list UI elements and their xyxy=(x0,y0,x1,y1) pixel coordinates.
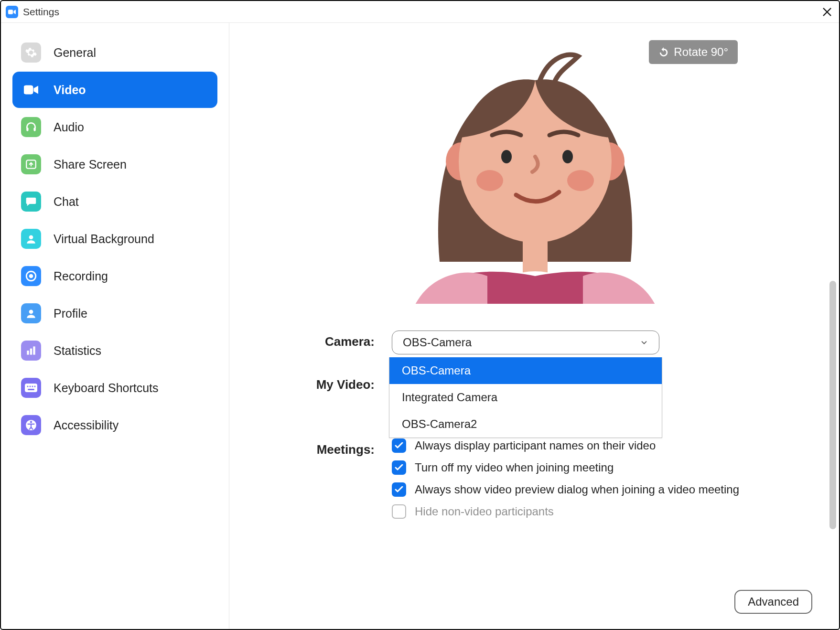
sidebar-item-audio[interactable]: Audio xyxy=(12,109,217,145)
svg-point-16 xyxy=(34,386,36,387)
svg-point-13 xyxy=(27,386,29,387)
sidebar-item-label: Virtual Background xyxy=(54,232,154,246)
sidebar-item-label: Video xyxy=(54,83,86,97)
option-label: Turn off my video when joining meeting xyxy=(415,461,614,474)
svg-point-26 xyxy=(567,170,594,191)
meetings-option-display-names[interactable]: Always display participant names on thei… xyxy=(392,438,786,453)
advanced-label: Advanced xyxy=(748,595,799,609)
sidebar-item-label: Statistics xyxy=(54,344,101,358)
meetings-option-turn-off-video[interactable]: Turn off my video when joining meeting xyxy=(392,460,786,475)
dropdown-option-label: OBS-Camera2 xyxy=(402,417,477,431)
sidebar-item-chat[interactable]: Chat xyxy=(12,183,217,220)
avatar-illustration xyxy=(330,37,741,304)
camera-option-obs-camera[interactable]: OBS-Camera xyxy=(389,357,662,384)
sidebar-item-label: Keyboard Shortcuts xyxy=(54,381,159,395)
camera-row: Camera: OBS-Camera OBS-Camera Integrated… xyxy=(263,331,786,354)
video-settings-form: Camera: OBS-Camera OBS-Camera Integrated… xyxy=(263,331,786,526)
sidebar-item-statistics[interactable]: Statistics xyxy=(12,332,217,369)
close-icon xyxy=(822,7,832,17)
my-video-label: My Video: xyxy=(263,374,392,392)
svg-point-25 xyxy=(476,170,503,191)
sidebar-item-label: General xyxy=(54,46,96,60)
advanced-button[interactable]: Advanced xyxy=(734,590,812,614)
titlebar: Settings xyxy=(1,1,839,23)
svg-point-24 xyxy=(562,150,573,163)
camera-selected-value: OBS-Camera xyxy=(403,336,472,349)
share-screen-icon xyxy=(21,154,41,174)
window-title: Settings xyxy=(23,6,59,18)
headphones-icon xyxy=(21,117,41,137)
svg-rect-3 xyxy=(33,128,35,131)
svg-point-19 xyxy=(30,421,32,423)
sidebar-item-label: Profile xyxy=(54,307,87,320)
meetings-option-hide-nonvideo[interactable]: Hide non-video participants xyxy=(392,504,786,519)
dropdown-option-label: Integrated Camera xyxy=(402,391,497,404)
sidebar-item-label: Share Screen xyxy=(54,158,127,171)
svg-rect-9 xyxy=(27,351,29,355)
sidebar-item-label: Accessibility xyxy=(54,418,118,432)
camera-select[interactable]: OBS-Camera xyxy=(392,331,659,354)
sidebar-item-accessibility[interactable]: Accessibility xyxy=(12,407,217,443)
main-panel: Rotate 90° Camera: OBS-Camera OBS-Came xyxy=(229,23,839,629)
sidebar-item-share-screen[interactable]: Share Screen xyxy=(12,146,217,182)
meetings-row: Meetings: Always display participant nam… xyxy=(263,438,786,526)
video-preview: Rotate 90° xyxy=(330,37,741,304)
meetings-label: Meetings: xyxy=(263,438,392,457)
keyboard-icon xyxy=(21,378,41,398)
svg-point-7 xyxy=(29,274,33,278)
chat-icon xyxy=(21,192,41,212)
scrollbar-track[interactable] xyxy=(829,28,836,606)
dropdown-option-label: OBS-Camera xyxy=(402,364,471,377)
sidebar-item-profile[interactable]: Profile xyxy=(12,295,217,331)
virtual-background-icon xyxy=(21,229,41,249)
option-label: Always display participant names on thei… xyxy=(415,439,656,452)
content-fade xyxy=(229,553,839,581)
video-icon xyxy=(21,80,41,100)
svg-rect-2 xyxy=(26,128,28,131)
window-body: General Video Audio Share Screen xyxy=(1,23,839,629)
gear-icon xyxy=(21,43,41,63)
svg-rect-0 xyxy=(8,10,13,14)
svg-point-5 xyxy=(29,235,33,239)
camera-dropdown: OBS-Camera Integrated Camera OBS-Camera2 xyxy=(389,357,662,438)
rotate-icon xyxy=(658,47,669,57)
camera-label: Camera: xyxy=(263,331,392,349)
svg-rect-10 xyxy=(30,349,32,355)
sidebar-item-recording[interactable]: Recording xyxy=(12,258,217,294)
close-button[interactable] xyxy=(820,5,834,19)
sidebar: General Video Audio Share Screen xyxy=(1,23,229,629)
statistics-icon xyxy=(21,341,41,361)
accessibility-icon xyxy=(21,415,41,435)
svg-rect-12 xyxy=(25,384,37,392)
camera-option-integrated-camera[interactable]: Integrated Camera xyxy=(389,384,662,411)
svg-point-23 xyxy=(501,150,512,163)
meetings-option-show-preview[interactable]: Always show video preview dialog when jo… xyxy=(392,482,786,497)
svg-rect-11 xyxy=(33,346,35,354)
checkbox-checked-icon xyxy=(392,482,406,497)
recording-icon xyxy=(21,266,41,286)
scrollbar-thumb[interactable] xyxy=(829,281,836,529)
sidebar-item-general[interactable]: General xyxy=(12,34,217,71)
svg-point-14 xyxy=(30,386,31,387)
option-label: Always show video preview dialog when jo… xyxy=(415,483,739,496)
sidebar-item-label: Audio xyxy=(54,120,84,134)
camera-option-obs-camera2[interactable]: OBS-Camera2 xyxy=(389,411,662,438)
sidebar-item-label: Chat xyxy=(54,195,79,209)
sidebar-item-virtual-background[interactable]: Virtual Background xyxy=(12,221,217,257)
sidebar-item-video[interactable]: Video xyxy=(12,72,217,108)
app-icon xyxy=(6,6,18,18)
rotate-90-button[interactable]: Rotate 90° xyxy=(649,40,738,64)
checkbox-checked-icon xyxy=(392,460,406,475)
svg-rect-17 xyxy=(28,389,34,390)
sidebar-item-keyboard-shortcuts[interactable]: Keyboard Shortcuts xyxy=(12,370,217,406)
rotate-label: Rotate 90° xyxy=(674,45,728,59)
profile-icon xyxy=(21,303,41,323)
svg-rect-1 xyxy=(24,85,33,94)
checkbox-unchecked-icon xyxy=(392,504,406,519)
svg-point-8 xyxy=(29,310,33,314)
chevron-down-icon xyxy=(640,338,648,347)
option-label: Hide non-video participants xyxy=(415,505,554,518)
sidebar-item-label: Recording xyxy=(54,269,108,283)
svg-point-15 xyxy=(32,386,33,387)
checkbox-checked-icon xyxy=(392,438,406,453)
